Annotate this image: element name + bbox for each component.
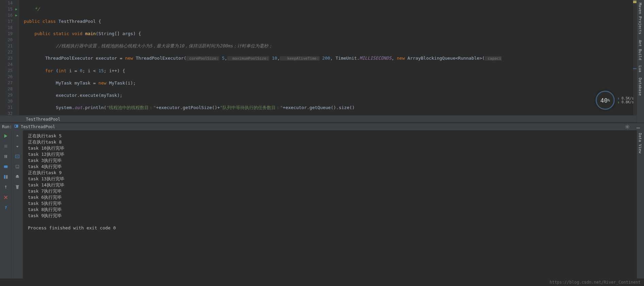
marker-info[interactable] [633,68,637,69]
line-number: 32 [0,110,13,117]
line-number: 21 [0,43,13,49]
line-number: 27 [0,80,13,86]
upload-speed: 0.5K/s [617,96,634,100]
tool-tab-maven[interactable]: Maven Projects [637,0,643,37]
scroll-to-end-button[interactable] [14,163,21,170]
tool-tab-ant[interactable]: Ant Build [637,37,643,63]
editor-area: 14 15 16 17 18 19 20 21 22 23 24 25 26 2… [0,0,644,115]
rerun-button[interactable] [2,132,10,140]
clear-all-button[interactable] [14,183,21,191]
watermark: https://blog.csdn.net/River_Continent [550,280,641,285]
line-number[interactable]: 15 [0,6,13,12]
help-button[interactable]: ? [2,204,10,211]
line-number: 24 [0,61,13,67]
svg-text:?: ? [4,205,7,210]
restore-layout-button[interactable] [2,173,10,181]
settings-icon[interactable] [624,123,631,131]
marker-warning[interactable] [633,1,637,2]
code-editor[interactable]: */ public class TestThreadPool { public … [19,0,644,115]
line-number: 26 [0,74,13,80]
pin-button[interactable] [2,183,10,191]
line-number: 31 [0,104,13,110]
run-panel: ? 正在执行task 5 正在执行task 8 task 10执行完毕 task… [0,130,644,279]
run-tool-header: Run: TestThreadPool [0,123,644,130]
minimize-icon[interactable] [634,123,642,131]
line-number: 23 [0,55,13,61]
svg-rect-4 [4,145,7,148]
line-number: 28 [0,86,13,92]
svg-rect-9 [6,175,7,179]
marker-warning[interactable] [633,2,637,3]
svg-rect-7 [4,166,7,168]
svg-rect-12 [16,165,19,168]
svg-rect-13 [16,176,19,178]
run-config-icon [14,124,19,130]
svg-point-2 [627,126,628,127]
line-number: 18 [0,25,13,31]
line-number: 22 [0,49,13,55]
run-toolbar-console [12,130,23,279]
svg-rect-6 [6,155,7,158]
up-stack-button[interactable] [14,132,21,140]
download-speed: 0.8K/s [617,100,634,104]
tool-tab-lua[interactable]: Lua [637,63,643,75]
down-stack-button[interactable] [14,142,21,150]
gutter: 14 15 16 17 18 19 20 21 22 23 24 25 26 2… [0,0,19,115]
dump-threads-button[interactable] [2,163,10,170]
breadcrumb[interactable]: TestThreadPool [0,115,644,123]
svg-rect-14 [16,175,18,176]
svg-rect-1 [15,125,16,127]
print-button[interactable] [14,173,21,181]
svg-rect-15 [16,185,19,186]
tool-tab-database[interactable]: Database [637,75,643,99]
stop-button[interactable] [2,142,10,150]
right-tool-sidebar: Maven Projects Ant Build Lua Database [637,0,644,123]
line-number: 30 [0,98,13,104]
line-number: 29 [0,92,13,98]
line-number: 17 [0,18,13,25]
line-number: 14 [0,0,13,6]
line-number[interactable]: 16 [0,12,13,18]
line-number: 25 [0,67,13,74]
line-number: 19 [0,31,13,37]
svg-rect-8 [4,175,5,179]
soft-wrap-button[interactable] [14,153,21,160]
net-speed-widget: 40% 0.5K/s 0.8K/s [596,91,634,110]
close-button[interactable] [2,194,10,201]
console-output[interactable]: 正在执行task 5 正在执行task 8 task 10执行完毕 task 1… [23,130,637,279]
run-config-name[interactable]: TestThreadPool [21,124,55,129]
run-label: Run: [2,124,12,129]
line-number: 20 [0,37,13,43]
svg-rect-5 [4,155,5,158]
pause-button[interactable] [2,153,10,160]
tool-tab-dataview[interactable]: Data View [637,130,643,156]
run-toolbar-left: ? [0,130,12,279]
right-tool-sidebar-lower: Data View [637,130,644,279]
svg-marker-3 [4,134,7,138]
svg-rect-0 [15,125,18,128]
percent-circle[interactable]: 40% [596,91,615,110]
